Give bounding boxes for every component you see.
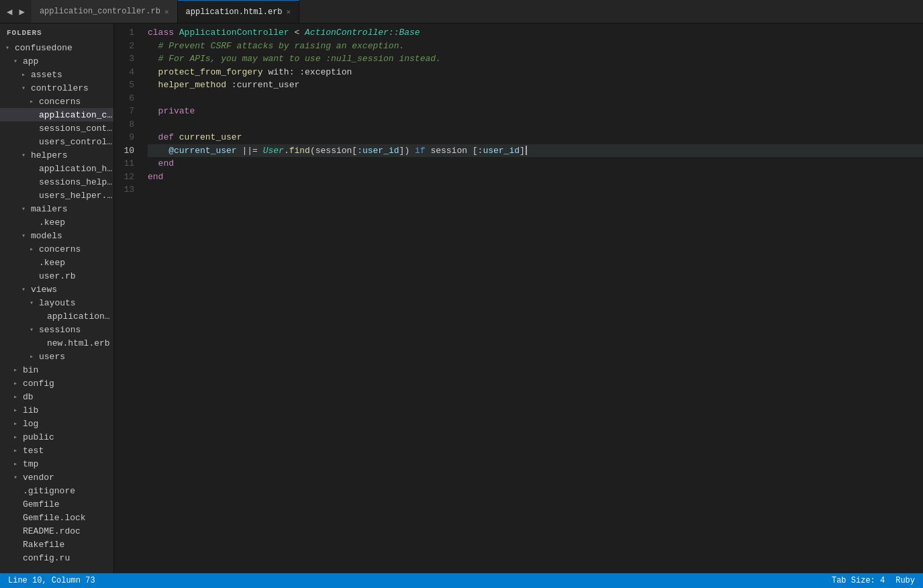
token bbox=[148, 144, 168, 158]
tree-item-application_helper[interactable]: application_helper. bbox=[0, 162, 113, 175]
tree-item-concerns-ctrl[interactable]: concerns bbox=[0, 95, 113, 108]
tree-arrow-user-rb bbox=[30, 273, 39, 280]
tree-item-app[interactable]: app bbox=[0, 54, 113, 68]
tree-label-layouts: layouts bbox=[39, 298, 76, 308]
tab-size: Tab Size: 4 bbox=[832, 576, 885, 585]
tree-arrow-db bbox=[13, 393, 23, 401]
tree-item-log[interactable]: log bbox=[0, 417, 113, 430]
tree-item-models[interactable]: models bbox=[0, 229, 113, 242]
tree-item-sessions[interactable]: sessions bbox=[0, 323, 113, 336]
code-line-9: def current_user bbox=[148, 131, 923, 144]
tree-item-tmp[interactable]: tmp bbox=[0, 457, 113, 471]
tab-application-html-erb[interactable]: application.html.erb ✕ bbox=[178, 0, 300, 23]
tree-label-keep-models: .keep bbox=[39, 258, 65, 268]
code-editor[interactable]: class ApplicationController < ActionCont… bbox=[141, 23, 923, 573]
tree-item-test[interactable]: test bbox=[0, 444, 113, 457]
tree-item-assets[interactable]: assets bbox=[0, 68, 113, 81]
tree-item-gemfile[interactable]: Gemfile bbox=[0, 497, 113, 511]
tree-label-user-rb: user.rb bbox=[39, 271, 76, 281]
tree-item-mailers[interactable]: mailers bbox=[0, 202, 113, 215]
token: ActionController::Base bbox=[305, 26, 420, 40]
line-number-7: 7 bbox=[114, 105, 134, 118]
tree-item-confusedone[interactable]: confusedone bbox=[0, 41, 113, 54]
tab-label: application_controller.rb bbox=[40, 7, 160, 16]
language-indicator[interactable]: Ruby bbox=[895, 576, 915, 585]
line-number-8: 8 bbox=[114, 118, 134, 132]
tree-item-users[interactable]: users bbox=[0, 350, 113, 363]
tree-item-keep-models[interactable]: .keep bbox=[0, 256, 113, 269]
token: ( bbox=[310, 144, 315, 158]
tree-item-bin[interactable]: bin bbox=[0, 363, 113, 377]
tree-label-application_controller: application_controller bbox=[39, 110, 113, 120]
line-number-10: 10 bbox=[114, 144, 134, 158]
tree-item-keep-mailers[interactable]: .keep bbox=[0, 215, 113, 229]
tree-arrow-views bbox=[21, 285, 31, 293]
tree-arrow-application_helper bbox=[30, 165, 39, 173]
tree-item-sessions_controller[interactable]: sessions_controller. bbox=[0, 121, 113, 135]
token: def bbox=[148, 131, 179, 144]
line-numbers: 12345678910111213 bbox=[114, 23, 141, 573]
tree-item-users_controller[interactable]: users_controller.rb bbox=[0, 135, 113, 148]
tree-arrow-sessions_helper bbox=[30, 179, 39, 186]
code-line-7: private bbox=[148, 105, 923, 118]
tree-label-config: config bbox=[23, 379, 54, 389]
tree-arrow-sessions bbox=[30, 326, 39, 334]
tree-label-sessions_helper: sessions_helper.rb bbox=[39, 177, 113, 187]
tab-application-controller[interactable]: application_controller.rb ✕ bbox=[32, 0, 178, 23]
tree-item-gitignore[interactable]: .gitignore bbox=[0, 484, 113, 497]
tree-item-views[interactable]: views bbox=[0, 283, 113, 296]
code-line-8 bbox=[148, 118, 923, 132]
tree-arrow-layouts bbox=[30, 299, 39, 307]
tree-label-sessions_controller: sessions_controller. bbox=[39, 124, 113, 134]
tree-item-gemfile-lock[interactable]: Gemfile.lock bbox=[0, 511, 113, 524]
tree-item-concerns-models[interactable]: concerns bbox=[0, 242, 113, 256]
tree-item-application_controller[interactable]: application_controller bbox=[0, 108, 113, 121]
code-line-4: protect_from_forgery with: :exception bbox=[148, 66, 923, 79]
tree-label-users_controller: users_controller.rb bbox=[39, 137, 113, 147]
tab-close-rb[interactable]: ✕ bbox=[164, 7, 169, 16]
tree-item-sessions_helper[interactable]: sessions_helper.rb bbox=[0, 175, 113, 189]
tree-arrow-log bbox=[13, 420, 23, 428]
tree-label-log: log bbox=[23, 419, 38, 429]
code-line-2: # Prevent CSRF attacks by raising an exc… bbox=[148, 40, 923, 53]
token: :user_id bbox=[478, 144, 520, 158]
tree-label-keep-mailers: .keep bbox=[39, 217, 65, 228]
tree-label-db: db bbox=[23, 392, 34, 402]
token: class bbox=[148, 26, 179, 40]
tree-arrow-keep-mailers bbox=[30, 219, 39, 226]
tree-arrow-public bbox=[13, 433, 23, 441]
tab-close-erb[interactable]: ✕ bbox=[287, 7, 291, 16]
tree-item-new-html-erb[interactable]: new.html.erb bbox=[0, 336, 113, 350]
tree-item-config[interactable]: config bbox=[0, 377, 113, 390]
token bbox=[148, 66, 158, 79]
tree-arrow-concerns-ctrl bbox=[30, 97, 39, 105]
tree-item-rakefile[interactable]: Rakefile bbox=[0, 538, 113, 551]
tree-item-db[interactable]: db bbox=[0, 390, 113, 403]
token: find bbox=[289, 144, 310, 158]
tree-item-controllers[interactable]: controllers bbox=[0, 81, 113, 95]
token: if bbox=[415, 144, 426, 158]
tree-item-helpers[interactable]: helpers bbox=[0, 148, 113, 162]
tree-item-lib[interactable]: lib bbox=[0, 403, 113, 417]
tree-item-user-rb[interactable]: user.rb bbox=[0, 269, 113, 283]
tree-item-public[interactable]: public bbox=[0, 430, 113, 444]
nav-back-button[interactable]: ◀ bbox=[4, 5, 15, 19]
nav-forward-button[interactable]: ▶ bbox=[16, 5, 27, 19]
line-number-3: 3 bbox=[114, 52, 134, 66]
tree-arrow-models bbox=[21, 232, 31, 240]
tree-item-vendor[interactable]: vendor bbox=[0, 471, 113, 484]
tree-item-readme[interactable]: README.rdoc bbox=[0, 524, 113, 538]
tree-arrow-test bbox=[13, 446, 23, 454]
token bbox=[258, 144, 263, 158]
tree-arrow-vendor bbox=[13, 473, 23, 481]
tree-label-gemfile: Gemfile bbox=[23, 499, 60, 509]
tree-label-lib: lib bbox=[23, 405, 38, 415]
tree-item-users_helper[interactable]: users_helper.rb bbox=[0, 189, 113, 202]
tree-item-application-html[interactable]: application.html. bbox=[0, 309, 113, 323]
tree-item-config-ru[interactable]: config.ru bbox=[0, 551, 113, 565]
tree-arrow-keep-models bbox=[30, 259, 39, 266]
tree-arrow-users bbox=[30, 352, 39, 360]
tree-item-layouts[interactable]: layouts bbox=[0, 296, 113, 309]
line-number-12: 12 bbox=[114, 170, 134, 184]
tree-label-users_helper: users_helper.rb bbox=[39, 191, 113, 201]
